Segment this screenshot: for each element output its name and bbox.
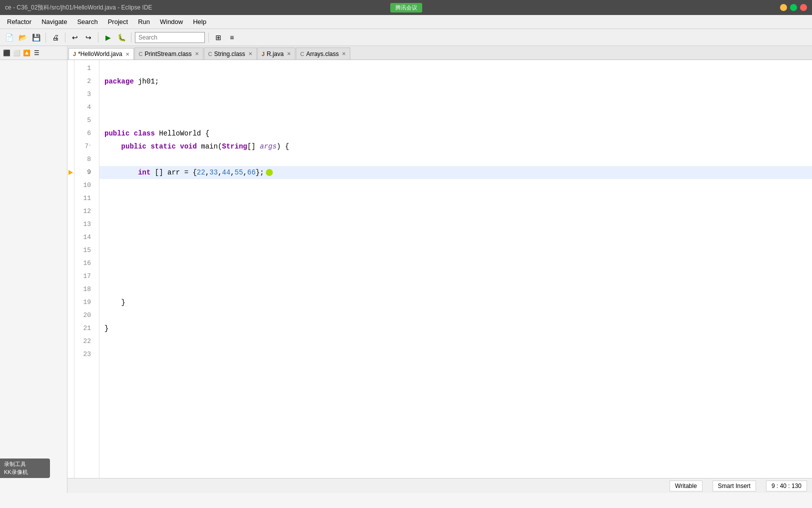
separator-3 <box>98 32 98 42</box>
line-num-18: 18 <box>74 283 95 296</box>
bp-4 <box>67 101 74 114</box>
line-num-4: 4 <box>74 101 95 114</box>
tab-printstream[interactable]: C PrintStream.class ✕ <box>134 48 203 60</box>
writable-label: Writable <box>675 482 697 490</box>
line-num-23: 23 <box>74 348 95 361</box>
save-button[interactable]: 💾 <box>30 32 42 44</box>
tab-close-arrays[interactable]: ✕ <box>342 51 346 56</box>
search-input[interactable] <box>135 32 205 43</box>
run-button[interactable]: ▶ <box>102 32 114 44</box>
toolbar: 📄 📂 💾 🖨 ↩ ↪ ▶ 🐛 ⊞ ≡ <box>0 29 812 46</box>
class-icon-1: C <box>139 51 143 57</box>
code-line-10 <box>99 179 812 192</box>
status-bar: Writable Smart Insert 9 : 40 : 130 <box>67 478 812 493</box>
maximize-button[interactable] <box>790 4 797 11</box>
line-numbers: 1 2 3 4 5 6 7° 8 9 10 11 12 13 14 15 16 … <box>74 60 99 478</box>
line-num-3: 3 <box>74 88 95 101</box>
line-num-16: 16 <box>74 257 95 270</box>
java-icon-2: J <box>262 51 265 57</box>
code-line-12 <box>99 205 812 218</box>
menu-run[interactable]: Run <box>134 16 154 27</box>
code-line-13 <box>99 218 812 231</box>
tab-bar: J *HelloWorld.java ✕ C PrintStream.class… <box>67 46 812 60</box>
bp-7 <box>67 140 74 153</box>
redo-button[interactable]: ↪ <box>82 32 94 44</box>
tab-close-printstream[interactable]: ✕ <box>195 51 199 56</box>
bp-5 <box>67 114 74 127</box>
smart-insert-label: Smart Insert <box>718 482 751 490</box>
bp-21 <box>67 322 74 335</box>
debug-button[interactable]: 🐛 <box>115 32 127 44</box>
code-line-8 <box>99 153 812 166</box>
tab-close-hello-world[interactable]: ✕ <box>125 52 129 57</box>
bp-14 <box>67 231 74 244</box>
new-button[interactable]: 📄 <box>3 32 15 44</box>
sidebar-toolbar: ⬛ ⬜ 🔼 ☰ <box>0 46 67 60</box>
sidebar: ⬛ ⬜ 🔼 ☰ <box>0 46 67 493</box>
breakpoint-area <box>67 60 74 478</box>
print-button[interactable]: 🖨 <box>49 32 61 44</box>
open-button[interactable]: 📂 <box>16 32 28 44</box>
tab-close-rjava[interactable]: ✕ <box>287 51 291 56</box>
sidebar-btn-2[interactable]: ⬜ <box>12 48 21 58</box>
code-line-20 <box>99 309 812 322</box>
close-button[interactable] <box>800 4 807 11</box>
menu-navigate[interactable]: Navigate <box>37 16 71 27</box>
code-line-4 <box>99 101 812 114</box>
perspective-button[interactable]: ⊞ <box>212 32 224 44</box>
bp-1 <box>67 62 74 75</box>
menu-window[interactable]: Window <box>156 16 187 27</box>
title-text: ce - C36_02预科/src/jh01/HelloWorld.java -… <box>5 4 152 12</box>
tab-close-string[interactable]: ✕ <box>248 51 252 56</box>
line-num-20: 20 <box>74 309 95 322</box>
tencent-meeting-button[interactable]: 腾讯会议 <box>390 3 422 12</box>
sidebar-btn-4[interactable]: ☰ <box>32 48 41 58</box>
code-line-15 <box>99 244 812 257</box>
sidebar-btn-1[interactable]: ⬛ <box>2 48 11 58</box>
java-icon: J <box>73 51 76 57</box>
bp-3 <box>67 88 74 101</box>
bp-13 <box>67 218 74 231</box>
position-label: 9 : 40 : 130 <box>772 482 802 490</box>
bp-19 <box>67 296 74 309</box>
code-line-16 <box>99 257 812 270</box>
tab-arrays[interactable]: C Arrays.class ✕ <box>296 48 350 60</box>
tab-label: String.class <box>214 50 245 58</box>
sidebar-btn-3[interactable]: 🔼 <box>22 48 31 58</box>
tab-string[interactable]: C String.class ✕ <box>204 48 257 60</box>
line-num-19: 19 <box>74 296 95 309</box>
tab-hello-world[interactable]: J *HelloWorld.java ✕ <box>68 48 134 60</box>
bp-23 <box>67 348 74 361</box>
code-line-21: } <box>99 322 812 335</box>
code-line-9: int [] arr = {22,33,44,55,66}; <box>99 166 812 179</box>
view-button[interactable]: ≡ <box>226 32 238 44</box>
line-num-17: 17 <box>74 270 95 283</box>
line-num-11: 11 <box>74 192 95 205</box>
line-num-13: 13 <box>74 218 95 231</box>
menu-help[interactable]: Help <box>189 16 210 27</box>
menu-project[interactable]: Project <box>104 16 132 27</box>
code-line-5 <box>99 114 812 127</box>
line-num-2: 2 <box>74 75 95 88</box>
separator-4 <box>131 32 131 42</box>
tab-rjava[interactable]: J R.java ✕ <box>257 48 295 60</box>
status-position: 9 : 40 : 130 <box>766 480 807 492</box>
editor-content[interactable]: 1 2 3 4 5 6 7° 8 9 10 11 12 13 14 15 16 … <box>67 60 812 478</box>
window-controls <box>780 4 807 11</box>
class-icon-2: C <box>208 51 212 57</box>
watermark-line1: 录制工具 <box>4 460 46 468</box>
bp-20 <box>67 309 74 322</box>
menu-refactor[interactable]: Refactor <box>3 16 35 27</box>
minimize-button[interactable] <box>780 4 787 11</box>
bp-2 <box>67 75 74 88</box>
code-line-11 <box>99 192 812 205</box>
code-line-6: public class HelloWorld { <box>99 127 812 140</box>
menu-search[interactable]: Search <box>73 16 101 27</box>
status-smart-insert: Smart Insert <box>713 480 756 492</box>
code-area[interactable]: package jh01; public class HelloWorld { … <box>99 60 812 478</box>
code-line-2: package jh01; <box>99 75 812 88</box>
code-line-7: public static void main(String[] args) { <box>99 140 812 153</box>
undo-button[interactable]: ↩ <box>69 32 81 44</box>
bp-15 <box>67 244 74 257</box>
title-bar: ce - C36_02预科/src/jh01/HelloWorld.java -… <box>0 0 812 15</box>
